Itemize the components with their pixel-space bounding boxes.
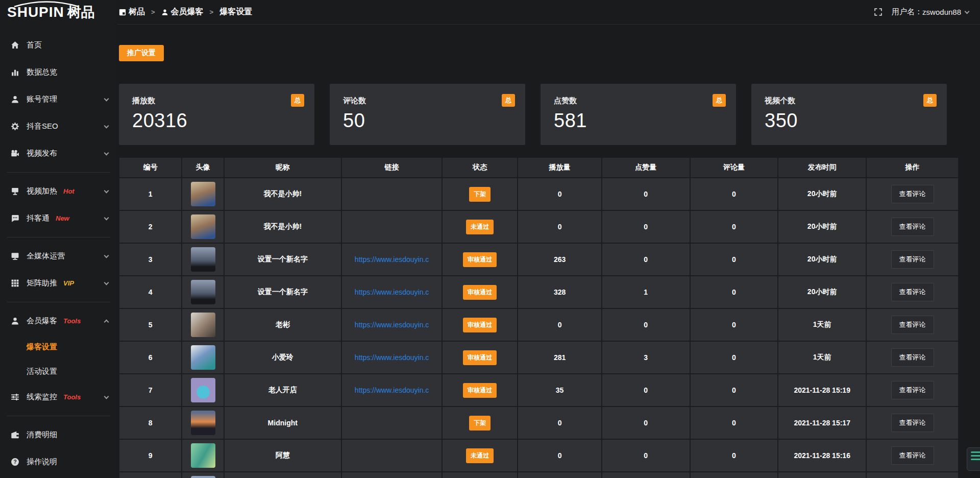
sidebar-item-operation-guide[interactable]: ? 操作说明 (0, 448, 117, 475)
gear-icon (10, 122, 19, 131)
cell-nickname: 我不是小帅! (224, 211, 341, 244)
sidebar-item-label: 视频加热 (27, 186, 57, 196)
cell-id: 7 (119, 374, 182, 407)
chat-bubble-icon (10, 214, 19, 223)
sidebar-item-video-heating[interactable]: 视频加热 Hot (0, 178, 117, 205)
col-id: 编号 (119, 158, 182, 178)
stat-card-plays: 播放数 20316 总 (119, 84, 314, 145)
cell-comments: 0 (690, 407, 778, 440)
sidebar-subitem-baoke-settings[interactable]: 爆客设置 (0, 334, 117, 359)
view-comments-button[interactable]: 查看评论 (891, 381, 934, 399)
sidebar-item-doukertong[interactable]: 抖客通 New (0, 205, 117, 232)
brand-logo[interactable]: SHUPIN 树品 (0, 0, 117, 25)
view-comments-button[interactable]: 查看评论 (891, 218, 934, 236)
cell-time: 2021-11-28 15:17 (778, 407, 866, 440)
cell-comments: 0 (690, 244, 778, 276)
table-header-row: 编号 头像 昵称 链接 状态 播放量 点赞量 评论量 发布时间 操作 (119, 158, 959, 178)
sidebar-item-member-baoke[interactable]: 会员爆客 Tools (0, 307, 117, 334)
breadcrumb-item-member-baoke[interactable]: 会员爆客 (161, 7, 204, 17)
main-area: 树品 > 会员爆客 > 爆客设置 用户名： zswodun88 推广设置 (117, 0, 980, 478)
avatar (191, 313, 215, 337)
view-comments-button[interactable]: 查看评论 (891, 348, 934, 367)
video-link[interactable]: https://www.iesdouyin.c (355, 321, 429, 329)
cell-time: 20小时前 (778, 178, 866, 211)
cell-plays: 263 (518, 244, 602, 276)
sidebar-item-clue-monitoring[interactable]: 线索监控 Tools (0, 384, 117, 411)
cell-plays: 0 (518, 178, 602, 211)
status-badge: 审核通过 (463, 383, 497, 398)
sidebar-item-matrix-boost[interactable]: 矩阵助推 VIP (0, 270, 117, 297)
chevron-down-icon (104, 253, 109, 258)
status-badge: 审核通过 (463, 350, 497, 365)
cell-nickname: 我不是小帅! (224, 178, 341, 211)
chevron-down-icon (104, 280, 109, 285)
sidebar-item-douyin-seo[interactable]: 抖音SEO (0, 113, 117, 140)
topbar-right: 用户名： zswodun88 (874, 7, 969, 17)
view-comments-button[interactable]: 查看评论 (891, 283, 934, 301)
content: 推广设置 播放数 20316 总 评论数 50 总 点赞数 581 总 视频个数… (117, 25, 980, 478)
sidebar-item-label: 矩阵助推 (27, 278, 57, 288)
stat-value: 350 (765, 110, 935, 132)
col-publish-time: 发布时间 (778, 158, 866, 178)
cell-comments (690, 472, 778, 478)
cell-id: 1 (119, 178, 182, 211)
view-comments-button[interactable]: 查看评论 (891, 414, 934, 432)
floating-widget[interactable] (967, 447, 980, 471)
view-comments-button[interactable]: 查看评论 (891, 185, 934, 203)
monitor-icon (10, 252, 19, 261)
stat-label: 点赞数 (554, 96, 724, 106)
promotion-settings-button[interactable]: 推广设置 (119, 45, 164, 61)
video-link[interactable]: https://www.iesdouyin.c (355, 386, 429, 394)
cell-id: 5 (119, 309, 182, 342)
video-link[interactable]: https://www.iesdouyin.c (355, 353, 429, 362)
grid-icon (10, 279, 19, 288)
user-menu[interactable]: 用户名： zswodun88 (892, 7, 969, 17)
cell-nickname: 设置一个新名字 (224, 244, 341, 276)
cell-likes: 0 (602, 374, 690, 407)
billboard-icon (10, 187, 19, 196)
cell-nickname: 小爱玲 (224, 342, 341, 374)
sidebar-item-account-management[interactable]: 账号管理 (0, 86, 117, 113)
status-badge: 下架 (469, 187, 491, 202)
stat-value: 20316 (132, 110, 302, 132)
sidebar-item-label: 操作说明 (27, 457, 57, 467)
cell-id: 8 (119, 407, 182, 440)
status-badge: 未通过 (466, 448, 494, 463)
sidebar-subitem-activity-settings[interactable]: 活动设置 (0, 359, 117, 384)
view-comments-button[interactable]: 查看评论 (891, 250, 934, 269)
sidebar-item-data-overview[interactable]: 数据总览 (0, 59, 117, 86)
sidebar-item-video-publish[interactable]: 视频发布 (0, 140, 117, 167)
cell-id: 4 (119, 276, 182, 309)
sidebar-subitem-label: 爆客设置 (27, 342, 57, 352)
table-row: 8 Midnight 下架 0 0 0 2021-11-28 15:17 查看评… (119, 407, 959, 440)
col-comments: 评论量 (690, 158, 778, 178)
col-actions: 操作 (866, 158, 959, 178)
cell-nickname: Midnight (224, 407, 341, 440)
wallet-icon (10, 431, 19, 440)
sidebar-divider (7, 237, 110, 237)
sidebar-item-omnimedia-operation[interactable]: 全媒体运营 (0, 243, 117, 270)
cell-comments: 0 (690, 374, 778, 407)
sidebar-item-consumption-details[interactable]: 消费明细 (0, 421, 117, 448)
user-icon (161, 9, 168, 16)
cell-nickname: 老人开店 (224, 374, 341, 407)
view-comments-button[interactable]: 查看评论 (891, 316, 934, 334)
tools-tag: Tools (63, 317, 81, 325)
cell-id (119, 472, 182, 478)
stat-label: 播放数 (132, 96, 302, 106)
logo-text-en: SHUPIN (7, 5, 64, 19)
cell-time: 1天前 (778, 342, 866, 374)
topbar: 树品 > 会员爆客 > 爆客设置 用户名： zswodun88 (117, 0, 980, 25)
video-link[interactable]: https://www.iesdouyin.c (355, 255, 429, 264)
video-link[interactable]: https://www.iesdouyin.c (355, 288, 429, 296)
view-comments-button[interactable]: 查看评论 (891, 446, 934, 465)
sidebar-item-label: 抖客通 (27, 213, 50, 223)
cell-nickname: 阿慧 (224, 440, 341, 472)
fullscreen-icon[interactable] (874, 8, 883, 16)
cell-id: 6 (119, 342, 182, 374)
user-icon (10, 317, 19, 326)
avatar (191, 443, 215, 468)
cell-plays: 35 (518, 374, 602, 407)
sidebar-item-home[interactable]: 首页 (0, 32, 117, 59)
breadcrumb-item-shupin[interactable]: 树品 (119, 7, 145, 17)
